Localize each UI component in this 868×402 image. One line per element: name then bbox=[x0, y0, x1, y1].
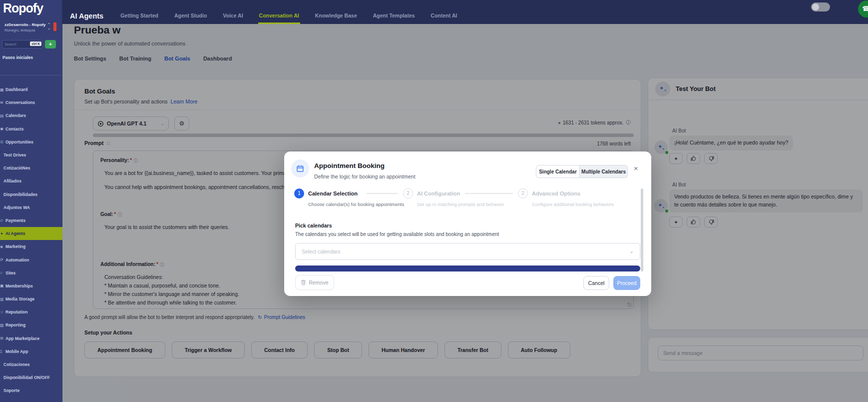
sidebar-item-disponibilidades[interactable]: Disponibilidades bbox=[0, 188, 62, 201]
appointment-booking-modal: Appointment Booking Define the logic for… bbox=[284, 152, 651, 296]
trash-icon bbox=[301, 280, 306, 286]
automation-icon: ⟳ bbox=[0, 258, 5, 262]
cancel-button[interactable]: Cancel bbox=[583, 276, 609, 290]
modal-title: Appointment Booking bbox=[314, 162, 385, 170]
nav-voice-ai[interactable]: Voice AI bbox=[222, 12, 244, 24]
mobile-app-icon: ▯ bbox=[0, 349, 5, 354]
opportunities-icon: ◎ bbox=[0, 140, 5, 144]
search-shortcut-badge: ctrl K bbox=[30, 42, 41, 46]
ai-agents-icon: ✦ bbox=[0, 232, 5, 236]
reputation-icon: ☆ bbox=[0, 310, 5, 314]
divider bbox=[0, 75, 62, 76]
sidebar-item-calendars[interactable]: ▤Calendars bbox=[0, 109, 62, 122]
step-3-desc: Configure additional booking behaviors bbox=[532, 202, 614, 207]
step-1-desc: Choose calendar(s) for booking appointme… bbox=[308, 202, 404, 207]
memberships-icon: ▣ bbox=[0, 284, 5, 288]
nav-conversation-ai[interactable]: Conversation AI bbox=[258, 12, 300, 24]
sidebar-search[interactable]: ctrl K bbox=[2, 40, 43, 48]
step-2-label: AI Configuration bbox=[417, 190, 460, 196]
nav-knowledge-base[interactable]: Knowledge Base bbox=[314, 12, 358, 24]
sidebar-item-memberships[interactable]: ▣Memberships bbox=[0, 280, 62, 292]
select-calendars-dropdown[interactable]: Select calendars ⌄ bbox=[295, 243, 640, 260]
marketing-icon: ◈ bbox=[0, 244, 5, 249]
nav-getting-started[interactable]: Getting Started bbox=[119, 12, 159, 24]
sidebar-item-conversations[interactable]: ✉Conversations bbox=[0, 96, 62, 109]
media-storage-icon: ▥ bbox=[0, 297, 5, 302]
sidebar-menu: ▦Dashboard ✉Conversations ▤Calendars ◉Co… bbox=[0, 83, 62, 402]
add-button[interactable]: + bbox=[45, 40, 56, 48]
step-connector bbox=[465, 193, 513, 194]
reporting-icon: ▧ bbox=[0, 323, 5, 328]
close-icon[interactable]: × bbox=[634, 164, 638, 172]
sidebar-item-adjuntos-wa[interactable]: Adjuntos WA bbox=[0, 201, 62, 214]
nav-agent-studio[interactable]: Agent Studio bbox=[173, 12, 208, 24]
sidebar-item-marketing[interactable]: ◈Marketing bbox=[0, 240, 62, 253]
top-navigation: AI Agents Getting Started Agent Studio V… bbox=[62, 0, 868, 24]
step-1-circle: 1 bbox=[294, 188, 304, 198]
sidebar-item-cotizaciones-2[interactable]: Cotizaciones bbox=[0, 358, 62, 371]
sidebar-section-label[interactable]: Pasos iniciales bbox=[2, 55, 33, 60]
proceed-button[interactable]: Proceed bbox=[613, 276, 640, 290]
step-connector bbox=[367, 193, 398, 194]
sidebar-item-app-marketplace[interactable]: ⊞App Marketplace bbox=[0, 332, 62, 345]
contacts-icon: ◉ bbox=[0, 126, 5, 131]
conversations-icon: ✉ bbox=[0, 100, 5, 105]
step-2-desc: Set up AI matching prompts and behavior bbox=[417, 202, 504, 207]
app-logo[interactable]: Ropofy bbox=[3, 1, 43, 16]
sidebar-item-academia[interactable]: Academia Ropofy bbox=[0, 398, 62, 402]
phone-icon: ☎ bbox=[862, 4, 868, 12]
selection-progress-bar bbox=[295, 266, 640, 272]
account-location: Rionegro, Antioquia bbox=[4, 28, 35, 32]
pick-calendars-desc: The calendars you select will be used fo… bbox=[295, 232, 499, 237]
sidebar-item-ai-agents[interactable]: ✦AI Agents bbox=[0, 227, 62, 240]
sidebar-item-dashboard[interactable]: ▦Dashboard bbox=[0, 83, 62, 96]
chevron-down-icon: ⌄ bbox=[46, 26, 51, 30]
select-calendars-placeholder: Select calendars bbox=[302, 248, 341, 254]
sidebar-item-reputation[interactable]: ☆Reputation bbox=[0, 306, 62, 318]
dashboard-icon: ▦ bbox=[0, 88, 5, 92]
app-window: Prueba w Unlock the power of automated c… bbox=[0, 0, 868, 402]
sidebar-item-contacts[interactable]: ◉Contacts bbox=[0, 122, 62, 136]
sidebar: Ropofy zzDesarrollo - Ropofy Rionegro, A… bbox=[0, 0, 62, 402]
modal-scrollbar[interactable] bbox=[641, 188, 643, 272]
nav-content-ai[interactable]: Content AI bbox=[430, 12, 458, 24]
search-input[interactable] bbox=[4, 41, 29, 48]
sidebar-item-soporte[interactable]: Soporte bbox=[0, 384, 62, 397]
theme-toggle[interactable] bbox=[811, 2, 830, 12]
sidebar-item-payments[interactable]: ▱Payments bbox=[0, 214, 62, 227]
step-1-label: Calendar Selection bbox=[308, 190, 358, 196]
phone-button[interactable]: ☎ bbox=[858, 0, 868, 18]
account-name[interactable]: zzDesarrollo - Ropofy bbox=[4, 22, 45, 27]
nav-agent-templates[interactable]: Agent Templates bbox=[372, 12, 416, 24]
sidebar-item-media-storage[interactable]: ▥Media Storage bbox=[0, 292, 62, 306]
modal-subtitle: Define the logic for booking an appointm… bbox=[314, 174, 416, 180]
step-2-circle: 2 bbox=[403, 188, 413, 198]
sidebar-item-sites[interactable]: ⌂Sites bbox=[0, 266, 62, 280]
sidebar-item-test-drives[interactable]: Test Drives bbox=[0, 148, 62, 162]
nav-section-title: AI Agents bbox=[70, 12, 103, 24]
sidebar-item-mobile-app[interactable]: ▯Mobile App bbox=[0, 345, 62, 358]
sites-icon: ⌂ bbox=[0, 270, 5, 275]
multiple-calendars-tab[interactable]: Multiple Calendars bbox=[580, 165, 628, 178]
calendar-icon bbox=[291, 160, 309, 178]
sidebar-item-disponibilidad-onoff[interactable]: Disponibilidad ON/OFF bbox=[0, 371, 62, 384]
toggle-knob bbox=[812, 4, 819, 10]
payments-icon: ▱ bbox=[0, 218, 5, 222]
remove-button[interactable]: Remove bbox=[295, 275, 334, 290]
remove-label: Remove bbox=[309, 280, 328, 286]
calendars-icon: ▤ bbox=[0, 114, 5, 118]
step-3-label: Advanced Options bbox=[532, 190, 580, 196]
sidebar-item-afiliados[interactable]: Afiliados bbox=[0, 174, 62, 188]
sidebar-item-cotizaciones-1[interactable]: CotizacióNes bbox=[0, 162, 62, 174]
account-switcher[interactable]: ⌃ ⌄ bbox=[46, 23, 51, 30]
chevron-down-icon: ⌄ bbox=[630, 248, 634, 254]
notification-badge bbox=[53, 22, 56, 31]
single-calendar-tab[interactable]: Single Calendar bbox=[536, 165, 580, 178]
step-3-circle: 2 bbox=[518, 188, 528, 198]
sidebar-item-opportunities[interactable]: ◎Opportunities bbox=[0, 136, 62, 148]
app-marketplace-icon: ⊞ bbox=[0, 336, 5, 340]
sidebar-item-automation[interactable]: ⟳Automation bbox=[0, 253, 62, 266]
pick-calendars-title: Pick calendars bbox=[295, 222, 332, 228]
sidebar-item-reporting[interactable]: ▧Reporting bbox=[0, 318, 62, 332]
